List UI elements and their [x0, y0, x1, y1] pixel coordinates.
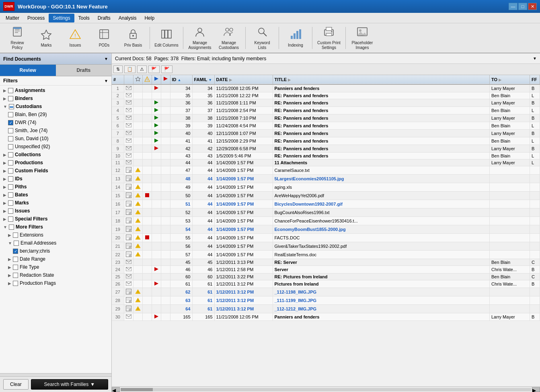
- cell-family[interactable]: 43: [192, 153, 214, 159]
- cell-title[interactable]: RE: Panniers and fenders: [273, 107, 490, 114]
- toolbar-pods[interactable]: PODs: [90, 25, 118, 51]
- table-sort-button[interactable]: ⇅: [113, 65, 123, 73]
- col-header-id[interactable]: ID ▲: [170, 75, 192, 84]
- table-row[interactable]: 3016516511/21/2008 12:05 PMPanniers and …: [112, 313, 540, 321]
- cell-title[interactable]: ChanceForPeaceEisenhower19530416.t...: [273, 217, 490, 225]
- email-addresses-checkbox[interactable]: [14, 241, 19, 246]
- table-row[interactable]: 18!53441/14/2009 1:57 PMChanceForPeaceEi…: [112, 217, 540, 225]
- cell-id[interactable]: 41: [170, 137, 192, 145]
- filter-blain-ben[interactable]: Blain, Ben (29): [0, 110, 111, 118]
- table-flag2-button[interactable]: 🚩: [161, 65, 172, 73]
- email-value-checkbox[interactable]: ✓: [13, 249, 18, 254]
- piths-checkbox[interactable]: [8, 184, 13, 190]
- productions-checkbox[interactable]: [8, 160, 13, 165]
- cell-id[interactable]: 36: [170, 99, 192, 107]
- filters-collapse-icon[interactable]: ▼: [104, 79, 108, 83]
- collections-checkbox[interactable]: [8, 152, 13, 157]
- cell-id[interactable]: 35: [170, 92, 192, 99]
- dwr-checkbox[interactable]: ✓: [8, 120, 13, 125]
- issues-filter-checkbox[interactable]: [8, 208, 13, 214]
- col-header-marks[interactable]: [133, 75, 142, 84]
- id-link[interactable]: 63: [185, 298, 190, 303]
- scroll-left-btn[interactable]: ◀: [112, 387, 120, 392]
- id-link[interactable]: 54: [185, 227, 190, 232]
- assignments-checkbox[interactable]: [8, 88, 13, 93]
- filter-file-type[interactable]: ▶ File Type: [0, 263, 111, 271]
- cell-title[interactable]: Panniers and fenders: [273, 313, 490, 321]
- extensions-checkbox[interactable]: [13, 233, 18, 238]
- table-row[interactable]: 1043431/5/2009 5:46 PMRE: Panniers and f…: [112, 153, 540, 159]
- cell-title[interactable]: RE: Panniers and fenders: [273, 99, 490, 107]
- cell-family[interactable]: 61: [192, 305, 214, 313]
- cell-family[interactable]: 40: [192, 130, 214, 137]
- scroll-right-btn[interactable]: ▶: [532, 387, 540, 392]
- col-header-rownum[interactable]: #: [112, 75, 124, 84]
- scroll-track[interactable]: [121, 388, 531, 391]
- cell-family[interactable]: 44: [192, 242, 214, 251]
- cell-title[interactable]: Giver&TakerTaxStates1992-2002.pdf: [273, 242, 490, 251]
- filter-ids[interactable]: ▶ IDs: [0, 175, 111, 183]
- filter-custodians[interactable]: ▼ Custodians: [0, 102, 111, 110]
- cell-id[interactable]: 52: [170, 208, 192, 217]
- cell-title[interactable]: RealEstateTerms.doc: [273, 251, 490, 259]
- special-checkbox[interactable]: [8, 216, 13, 222]
- filter-marks[interactable]: ▶ Marks: [0, 199, 111, 207]
- filter-more[interactable]: ▼ More Filters: [0, 223, 111, 231]
- id-link[interactable]: 62: [185, 290, 190, 294]
- cell-family[interactable]: 44: [192, 175, 214, 183]
- table-row[interactable]: 3363611/21/2008 1:11 PMRE: Panniers and …: [112, 99, 540, 107]
- cell-id[interactable]: 51: [170, 200, 192, 208]
- menu-help[interactable]: Help: [140, 14, 158, 22]
- table-row[interactable]: 12!47441/14/2009 1:57 PMCaramelSauce.txt: [112, 166, 540, 175]
- table-row[interactable]: 9424212/29/2008 6:58 PMRE: Panniers and …: [112, 145, 540, 153]
- toolbar-manage-custodians[interactable]: Manage Custodians: [215, 25, 243, 51]
- cell-family[interactable]: 44: [192, 251, 214, 259]
- col-header-family[interactable]: FAMIL ▼: [192, 75, 214, 84]
- filter-assignments[interactable]: ▶ Assignments: [0, 86, 111, 94]
- filter-issues[interactable]: ▶ Issues: [0, 207, 111, 215]
- cell-id[interactable]: 64: [170, 305, 192, 313]
- panel-resize-handle[interactable]: [0, 373, 111, 376]
- family-link[interactable]: 61: [207, 298, 212, 303]
- filter-production-flags[interactable]: ▶ Production Flags: [0, 279, 111, 287]
- cell-family[interactable]: 45: [192, 259, 214, 266]
- table-row[interactable]: 27!62611/12/2011 3:12 PM_112-1198_IMG.JP…: [112, 288, 540, 296]
- table-row[interactable]: 6393911/24/2008 4:54 PMRE: Panniers and …: [112, 122, 540, 130]
- filter-extensions[interactable]: ▶ Extensions: [0, 231, 111, 239]
- col-header-date[interactable]: DATE ▶: [214, 75, 273, 84]
- table-row[interactable]: 5383811/21/2008 7:10 PMRE: Panniers and …: [112, 114, 540, 122]
- custodians-checkbox[interactable]: [9, 104, 14, 109]
- cell-title[interactable]: RE: Panniers and fenders: [273, 137, 490, 145]
- cell-family[interactable]: 35: [192, 92, 214, 99]
- cell-id[interactable]: 57: [170, 251, 192, 259]
- filter-collections[interactable]: ▶ Collections: [0, 151, 111, 159]
- toolbar-manage-assignments[interactable]: Manage Assignments: [186, 25, 214, 51]
- table-mark-button[interactable]: 🚩: [148, 65, 160, 73]
- cell-family[interactable]: 44: [192, 159, 214, 166]
- cell-id[interactable]: 165: [170, 313, 192, 321]
- cell-family[interactable]: 37: [192, 107, 214, 114]
- filter-binders[interactable]: ▶ Binders: [0, 94, 111, 102]
- col-header-to[interactable]: TO ▶: [490, 75, 530, 84]
- table-row[interactable]: 7404012/11/2008 1:07 PMRE: Panniers and …: [112, 130, 540, 137]
- cell-id[interactable]: 48: [170, 175, 192, 183]
- toolbar-placeholder-images[interactable]: Placeholder Images: [348, 25, 376, 51]
- cell-id[interactable]: 43: [170, 153, 192, 159]
- cell-family[interactable]: 61: [192, 280, 214, 288]
- cell-title[interactable]: FACTS.DOC: [273, 234, 490, 242]
- cell-title[interactable]: RE: Panniers and fenders: [273, 145, 490, 153]
- family-link[interactable]: 44: [207, 227, 212, 232]
- table-row[interactable]: 2353511/21/2008 12:22 PMRE: Panniers and…: [112, 92, 540, 99]
- clear-button[interactable]: Clear: [3, 379, 29, 390]
- menu-settings[interactable]: Settings: [49, 14, 74, 22]
- filter-dwr[interactable]: ✓ DWR (74): [0, 118, 111, 127]
- unspecified-checkbox[interactable]: [8, 144, 13, 149]
- col-header-flag1[interactable]: [152, 75, 161, 84]
- cell-title[interactable]: RE: Server: [273, 259, 490, 266]
- production-flags-checkbox[interactable]: [13, 281, 18, 286]
- close-button[interactable]: ✕: [528, 3, 537, 10]
- cell-title[interactable]: RE: Panniers and fenders: [273, 92, 490, 99]
- cell-title[interactable]: aging.xls: [273, 183, 490, 192]
- cell-family[interactable]: 44: [192, 166, 214, 175]
- horizontal-scrollbar[interactable]: ◀ ▶: [112, 386, 540, 392]
